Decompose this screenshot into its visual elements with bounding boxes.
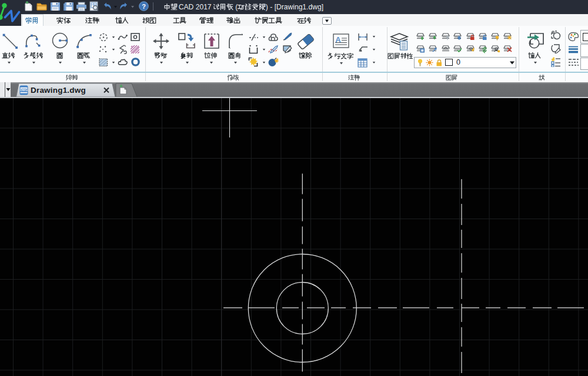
svg-text:DWG: DWG <box>20 88 28 92</box>
svg-text:?: ? <box>142 3 146 10</box>
